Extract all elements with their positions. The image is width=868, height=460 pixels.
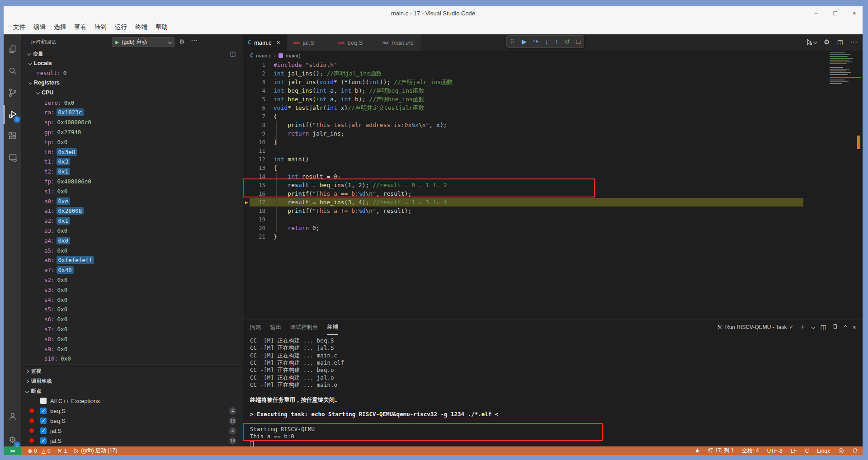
variables-section-header[interactable]: 变量 ◫	[21, 50, 243, 58]
var-row-a2[interactable]: a2:0x1	[25, 216, 242, 226]
code-line-19[interactable]: 19	[243, 215, 863, 224]
code-line-16[interactable]: 16 printf("This a == b:%d\n", result);	[243, 189, 863, 198]
search-icon[interactable]	[4, 61, 21, 80]
cursor-position[interactable]: 行 17, 列 1	[708, 447, 734, 455]
editor-settings-gear-icon[interactable]: ⚙	[824, 38, 830, 46]
code-line-20[interactable]: 20 return 0;	[243, 224, 863, 232]
var-row-a0[interactable]: a0:0xe	[25, 196, 242, 206]
code-line-13[interactable]: 13{	[243, 164, 863, 172]
breakpoint-checkbox[interactable]: ✓	[40, 408, 47, 414]
menu-item[interactable]: 终端	[131, 21, 151, 33]
breakpoint-row-jal.S[interactable]: ✓jal.S4	[21, 426, 243, 436]
code-line-10[interactable]: 10}	[243, 138, 863, 146]
debug-settings-gear-icon[interactable]: ⚙	[179, 38, 185, 45]
code-line-18[interactable]: 18 printf("This a != b:%d\n", result);	[243, 207, 863, 215]
continue-icon[interactable]: ▶	[522, 38, 527, 45]
toolbar-grip-icon[interactable]: ⠿	[510, 38, 515, 45]
menu-item[interactable]: 转到	[90, 21, 111, 33]
breadcrumb[interactable]: C main.c › main()	[243, 51, 863, 61]
code-line-6[interactable]: 6void* testjalr(int x)//声明并定义testjalr函数	[243, 103, 863, 112]
restart-icon[interactable]: ↺	[565, 38, 570, 45]
menu-item[interactable]: 运行	[111, 21, 131, 33]
feedback-icon[interactable]	[838, 448, 844, 454]
var-row-tp[interactable]: tp:0x0	[25, 137, 242, 147]
menu-item[interactable]: 文件	[9, 21, 29, 33]
code-line-2[interactable]: 2int jal_ins(); //声明jal_ins函数	[243, 69, 863, 78]
breadcrumb-file[interactable]: main.c	[256, 53, 271, 58]
var-row-t0[interactable]: t0:0x3e8	[25, 147, 242, 157]
step-into-icon[interactable]: ↓	[545, 38, 548, 45]
panel-tab-调试控制台[interactable]: 调试控制台	[290, 319, 318, 335]
var-row-s1[interactable]: s1:0x0	[25, 186, 242, 196]
var-row-a3[interactable]: a3:0x0	[25, 226, 242, 236]
extensions-icon[interactable]	[4, 127, 21, 146]
new-terminal-icon[interactable]: ＋	[800, 323, 806, 331]
ports-flame-icon[interactable]	[695, 448, 700, 454]
editor-more-actions-icon[interactable]: ⋯	[850, 38, 857, 46]
var-row-a5[interactable]: a5:0x0	[25, 245, 242, 255]
launch-config-dropdown[interactable]: ▶ (gdb) 启动	[112, 37, 175, 47]
terminal-task-dropdown[interactable]: Run RISCV-QEMU - Task ✓	[717, 324, 794, 330]
var-row-t2[interactable]: t2:0x1	[25, 167, 242, 177]
menu-item[interactable]: 选择	[50, 21, 70, 33]
panel-toggle-icon[interactable]: ◫	[230, 50, 236, 57]
var-row-ra[interactable]: ra:0x1023c	[25, 108, 242, 117]
encoding[interactable]: UTF-8	[767, 448, 783, 454]
panel-tab-输出[interactable]: 输出	[270, 319, 282, 335]
tab-close-icon[interactable]: ×	[277, 39, 280, 46]
close-panel-icon[interactable]: ×	[853, 324, 856, 331]
menu-item[interactable]: 编辑	[29, 21, 50, 33]
run-or-debug-icon[interactable]	[806, 38, 816, 46]
problems-status[interactable]: ⊗0 △0	[28, 448, 51, 454]
var-row-s10[interactable]: s10:0x0	[25, 354, 242, 364]
var-row-sp[interactable]: sp:0x408006c0	[25, 117, 242, 127]
var-row-s8[interactable]: s8:0x0	[25, 334, 242, 344]
var-row-result[interactable]: result:0	[25, 68, 242, 78]
remote-explorer-icon[interactable]	[4, 148, 21, 167]
terminal-output[interactable]: CC -[M] 正在构建 ... beq.SCC -[M] 正在构建 ... j…	[250, 337, 856, 448]
var-row-gp[interactable]: gp:0x27940	[25, 127, 242, 137]
var-row-a7[interactable]: a7:0x40	[25, 265, 242, 275]
breakpoint-checkbox[interactable]: ✓	[40, 427, 47, 434]
terminal-dropdown-icon[interactable]	[811, 325, 815, 329]
breakpoint-row-beq.S[interactable]: ✓beq.S13	[21, 416, 243, 426]
var-row-s2[interactable]: s2:0x0	[25, 275, 242, 285]
breakpoint-checkbox[interactable]: ✓	[40, 418, 47, 424]
code-line-12[interactable]: 12int main()	[243, 155, 863, 164]
os-indicator[interactable]: Linux	[817, 448, 830, 454]
panel-tab-问题[interactable]: 问题	[250, 319, 261, 335]
watch-section-header[interactable]: 监视	[21, 366, 243, 376]
code-line-3[interactable]: 3int jalr_ins(void* (*func)(int)); //声明j…	[243, 78, 863, 86]
var-row-a1[interactable]: a1:0x28008	[25, 206, 242, 216]
code-line-9[interactable]: 9 return jalr_ins;	[243, 129, 863, 138]
var-row-fp[interactable]: fp:0x408006e0	[25, 177, 242, 187]
var-row-s9[interactable]: s9:0x0	[25, 344, 242, 354]
tasks-status[interactable]: 1	[57, 448, 67, 454]
stop-icon[interactable]: □	[576, 38, 580, 45]
debug-session-status[interactable]: (gdb) 启动 (17)	[73, 447, 117, 455]
breakpoints-section-header[interactable]: 断点	[21, 386, 243, 396]
exceptions-breakpoint-row[interactable]: ✓ All C++ Exceptions	[21, 396, 243, 406]
start-debug-icon[interactable]: ▶	[115, 39, 119, 45]
step-over-icon[interactable]: ↷	[533, 38, 538, 45]
tab-main.c[interactable]: Cmain.c×	[243, 34, 288, 51]
minimap[interactable]	[830, 52, 861, 93]
var-row-s6[interactable]: s6:0x0	[25, 314, 242, 324]
indentation[interactable]: 空格: 4	[742, 447, 759, 455]
tab-beq.S[interactable]: ASMbeq.S	[332, 34, 377, 51]
code-line-17[interactable]: ▶17 result = bne_ins(3, 4); //result = 1…	[243, 198, 863, 207]
split-terminal-icon[interactable]: ◫	[821, 324, 826, 331]
more-actions-icon[interactable]: ⋯	[191, 36, 198, 44]
breakpoint-row-beq.S[interactable]: ✓beq.S4	[21, 406, 243, 416]
eol-sequence[interactable]: LF	[791, 448, 797, 454]
kill-terminal-icon[interactable]	[832, 323, 838, 331]
var-row-t1[interactable]: t1:0x3	[25, 157, 242, 167]
code-line-1[interactable]: 1#include "stdio.h"	[243, 61, 863, 69]
var-group-Registers[interactable]: Registers	[25, 78, 242, 88]
var-group-CPU[interactable]: CPU	[25, 88, 242, 98]
code-line-14[interactable]: 14 int result = 0;	[243, 172, 863, 181]
menu-item[interactable]: 帮助	[151, 21, 172, 33]
code-editor[interactable]: 1#include "stdio.h"2int jal_ins(); //声明j…	[243, 61, 863, 319]
account-icon[interactable]	[4, 407, 21, 426]
code-line-7[interactable]: 7{	[243, 112, 863, 121]
